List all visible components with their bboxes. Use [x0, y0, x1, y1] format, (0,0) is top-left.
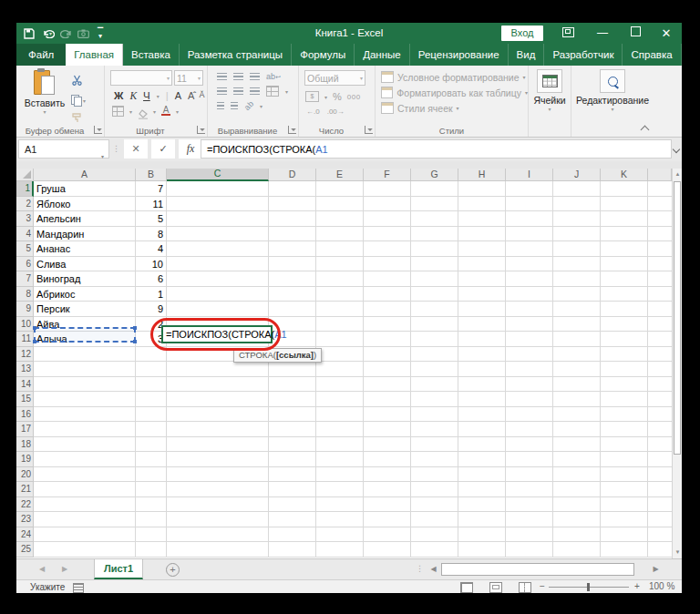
- cell-H10[interactable]: [458, 317, 506, 333]
- column-header-C[interactable]: C: [167, 169, 269, 181]
- cell-G22[interactable]: [411, 497, 458, 513]
- cell-F1[interactable]: [364, 181, 411, 197]
- sheet-nav-left-icon[interactable]: ◀: [39, 565, 45, 573]
- cell-B8[interactable]: 1: [136, 287, 167, 302]
- cell-I13[interactable]: [506, 362, 553, 377]
- align-bottom-icon[interactable]: [250, 73, 260, 80]
- cell-C6[interactable]: [167, 257, 269, 272]
- font-dialog-launcher-icon[interactable]: [197, 126, 205, 134]
- cell-A25[interactable]: [34, 542, 136, 558]
- cell-H21[interactable]: [458, 482, 506, 497]
- cell-H20[interactable]: [458, 467, 506, 483]
- cell-G23[interactable]: [411, 512, 458, 527]
- cell-K21[interactable]: [601, 482, 648, 497]
- cell-I6[interactable]: [506, 257, 553, 272]
- tab-5[interactable]: Данные: [355, 44, 410, 66]
- cell-A9[interactable]: Персик: [34, 302, 136, 317]
- row-header-11[interactable]: 11: [16, 332, 34, 347]
- vertical-scrollbar[interactable]: ▲ ▼: [672, 169, 682, 558]
- cell-B6[interactable]: 10: [136, 257, 167, 272]
- column-header-A[interactable]: A: [34, 169, 136, 181]
- cell-K24[interactable]: [601, 527, 648, 543]
- alignment-dialog-launcher-icon[interactable]: [288, 126, 296, 134]
- cell-B23[interactable]: [136, 512, 167, 527]
- grow-font-button[interactable]: А: [175, 90, 181, 101]
- comma-style-button[interactable]: 000: [347, 93, 361, 101]
- cell-D13[interactable]: [269, 362, 316, 377]
- cell-H7[interactable]: [458, 271, 506, 287]
- column-header-G[interactable]: G: [411, 169, 458, 181]
- cell-G6[interactable]: [411, 257, 458, 272]
- tab-file[interactable]: Файл: [16, 44, 66, 66]
- cell-C20[interactable]: [167, 467, 269, 483]
- cell-H14[interactable]: [458, 377, 506, 393]
- font-name-combo[interactable]: ▾: [110, 70, 172, 86]
- cell-I15[interactable]: [506, 392, 553, 407]
- cell-K6[interactable]: [601, 257, 648, 272]
- cell-G11[interactable]: [411, 332, 458, 347]
- cell-B15[interactable]: [136, 392, 167, 407]
- cell-A15[interactable]: [34, 392, 136, 407]
- cell-E12[interactable]: [316, 347, 364, 363]
- cell-E16[interactable]: [316, 407, 364, 423]
- cell-G5[interactable]: [411, 241, 458, 257]
- cell-J11[interactable]: [553, 332, 601, 347]
- cell-F14[interactable]: [364, 377, 411, 393]
- align-center-icon[interactable]: [233, 87, 243, 95]
- cell-C1[interactable]: [167, 181, 269, 197]
- row-header-19[interactable]: 19: [16, 452, 34, 467]
- cell-I14[interactable]: [506, 377, 553, 393]
- cell-D3[interactable]: [269, 211, 316, 227]
- cell-E24[interactable]: [316, 527, 364, 543]
- row-header-10[interactable]: 10: [16, 317, 34, 333]
- cell-I5[interactable]: [506, 241, 553, 257]
- cell-C13[interactable]: [167, 362, 269, 377]
- cell-B5[interactable]: 4: [136, 241, 167, 257]
- cell-J20[interactable]: [553, 467, 601, 483]
- macro-record-icon[interactable]: [73, 583, 84, 593]
- cell-F9[interactable]: [364, 302, 411, 317]
- cell-K7[interactable]: [601, 271, 648, 287]
- zoom-out-icon[interactable]: −: [540, 581, 545, 591]
- cell-I16[interactable]: [506, 407, 553, 423]
- cell-D20[interactable]: [269, 467, 316, 483]
- cell-A21[interactable]: [34, 482, 136, 497]
- cell-C9[interactable]: [167, 302, 269, 317]
- cell-B14[interactable]: [136, 377, 167, 393]
- row-header-15[interactable]: 15: [16, 392, 34, 407]
- cell-K23[interactable]: [601, 512, 648, 527]
- cell-G2[interactable]: [411, 197, 458, 212]
- cell-H17[interactable]: [458, 422, 506, 437]
- cell-D17[interactable]: [269, 422, 316, 437]
- page-layout-view-icon[interactable]: [489, 582, 502, 593]
- cell-F19[interactable]: [364, 452, 411, 467]
- cell-I11[interactable]: [506, 332, 553, 347]
- cell-D16[interactable]: [269, 407, 316, 423]
- add-sheet-button[interactable]: +: [166, 563, 180, 577]
- cell-E4[interactable]: [316, 227, 364, 242]
- cell-J25[interactable]: [553, 542, 601, 558]
- cell-B18[interactable]: [136, 437, 167, 453]
- cell-E1[interactable]: [316, 181, 364, 197]
- cell-I20[interactable]: [506, 467, 553, 483]
- cell-C7[interactable]: [167, 271, 269, 287]
- cell-I21[interactable]: [506, 482, 553, 497]
- cell-K25[interactable]: [601, 542, 648, 558]
- tab-8[interactable]: Разработчик: [544, 44, 623, 66]
- cell-K12[interactable]: [601, 347, 648, 363]
- name-box[interactable]: A1▾: [18, 139, 109, 159]
- cell-A16[interactable]: [34, 407, 136, 423]
- align-left-icon[interactable]: [217, 87, 227, 95]
- decrease-indent-icon[interactable]: [217, 102, 224, 109]
- cell-E22[interactable]: [316, 497, 364, 513]
- increase-indent-icon[interactable]: [231, 102, 238, 109]
- zoom-percentage[interactable]: 100 %: [649, 581, 674, 591]
- underline-dropdown-icon[interactable]: ▾: [157, 93, 160, 99]
- row-header-24[interactable]: 24: [16, 527, 34, 543]
- cell-F4[interactable]: [364, 227, 411, 242]
- cell-H6[interactable]: [458, 257, 506, 272]
- row-header-1[interactable]: 1: [16, 181, 34, 197]
- cell-B2[interactable]: 11: [136, 197, 167, 212]
- cell-I7[interactable]: [506, 271, 553, 287]
- cell-C19[interactable]: [167, 452, 269, 467]
